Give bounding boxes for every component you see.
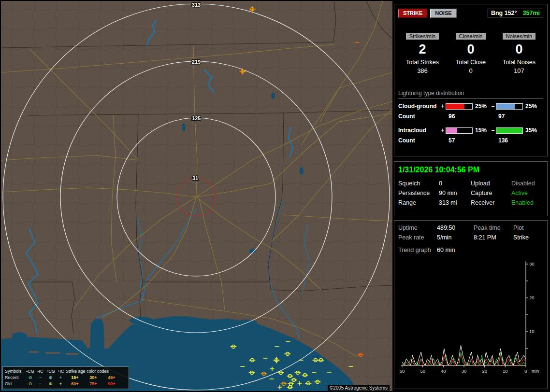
pos-cg-glyph-icon: ⊕ [45, 381, 56, 387]
noise-button[interactable]: NOISE [430, 9, 456, 18]
count-label: Count [398, 113, 440, 120]
legend-col-nIC: -IC [35, 368, 45, 375]
minus-count: 97 [490, 113, 543, 120]
minus-percent: 25% [523, 103, 540, 110]
session-row: Peak rate5/min8:21 PMStrike [398, 234, 543, 241]
plus-percent: 25% [473, 103, 490, 110]
map-area[interactable]: 31321912531 Symbols-CG-IC+CG+ICStrike ag… [1, 1, 392, 391]
radar-map[interactable]: 31321912531 [1, 1, 392, 391]
session-label: Uptime [398, 224, 437, 231]
svg-text:60: 60 [400, 368, 405, 374]
age-code: 45+ [102, 375, 121, 381]
plus-sign: + [440, 127, 446, 134]
pos-ic-glyph-icon: + [56, 375, 66, 381]
divider [398, 98, 543, 98]
total-label: Total Strikes [398, 59, 447, 66]
status-value: 90 min [439, 190, 471, 196]
status-value: 313 mi [439, 199, 471, 206]
strike-button[interactable]: STRIKE [398, 9, 427, 18]
status-label: Capture [471, 190, 511, 196]
total-value: 0 [447, 67, 495, 74]
trend-panel: Uptime489:50Peak timePlotPeak rate5/min8… [394, 220, 548, 389]
plus-bar [446, 103, 473, 110]
status-label: Range [398, 199, 439, 206]
age-code: 30+ [84, 375, 102, 381]
sidebar: STRIKE NOISE Bng 152° 357mi Strikes/minC… [394, 0, 549, 392]
plus-percent: 15% [473, 127, 490, 134]
plus-bar-fill [446, 104, 464, 109]
neg-cg-glyph-icon: ⊖ [25, 375, 35, 381]
legend-symbols-header: Symbols [5, 368, 25, 375]
count-label: Count [398, 137, 440, 144]
status-rows: Squelch0UploadDisabledPersistence90 minC… [398, 180, 543, 206]
age-code: 15+ [66, 375, 84, 381]
status-label: Persistence [398, 190, 439, 196]
stats-panel: STRIKE NOISE Bng 152° 357mi Strikes/minC… [394, 4, 548, 156]
total-values-row: 3860107 [398, 67, 543, 74]
minus-sign: − [490, 127, 496, 134]
trend-graph-label: Trend graph [398, 247, 437, 253]
session-row: Uptime489:50Peak timePlot [398, 224, 543, 231]
neg-cg-glyph-icon: ⊖ [25, 381, 35, 387]
svg-text:40: 40 [441, 368, 446, 374]
minus-bar [496, 127, 523, 134]
minus-sign: − [490, 103, 496, 110]
svg-text:10: 10 [529, 329, 535, 334]
status-label: Squelch [398, 180, 439, 187]
status-value: Enabled [511, 199, 543, 206]
total-value: 386 [398, 67, 447, 74]
status-label: Upload [471, 180, 511, 187]
svg-text:20: 20 [482, 368, 487, 374]
plus-count: 57 [440, 137, 490, 144]
status-row: Persistence90 minCaptureActive [398, 190, 543, 196]
rate-chip[interactable]: Noises/min [503, 33, 536, 40]
svg-text:0: 0 [524, 368, 527, 374]
minus-bar-fill [496, 104, 515, 109]
minus-count: 136 [490, 137, 543, 144]
dist-type-label: Intracloud [398, 127, 440, 134]
rate-chip[interactable]: Close/min [456, 33, 486, 40]
age-code: 60+ [66, 381, 84, 387]
minus-percent: 35% [523, 127, 540, 134]
rate-chip[interactable]: Strikes/min [406, 33, 439, 40]
total-labels-row: Total StrikesTotal CloseTotal Noises [398, 59, 543, 67]
total-label: Total Noises [495, 59, 543, 66]
bearing-label: Bng 152° [491, 10, 517, 16]
trend-window: 60 min [437, 247, 543, 253]
status-row: Squelch0UploadDisabled [398, 180, 543, 187]
neg-ic-glyph-icon: − [35, 375, 45, 381]
status-value: Active [511, 190, 543, 196]
total-value: 107 [495, 67, 543, 74]
total-label: Total Close [447, 59, 495, 66]
dist-type-label: Cloud-ground [398, 103, 440, 110]
legend-age-title: Strike age color codes [66, 368, 121, 375]
minus-bar [496, 103, 523, 110]
svg-text:50: 50 [420, 368, 425, 374]
session-label: Peak rate [398, 234, 437, 241]
session-label: Peak time [474, 224, 513, 231]
datetime: 1/31/2026 10:04:56 PM [398, 166, 543, 174]
bearing-readout: Bng 152° 357mi [488, 9, 543, 17]
ring-label-125: 125 [192, 115, 201, 121]
session-value: 5/min [437, 234, 474, 241]
lightning-detector-app: 31321912531 Symbols-CG-IC+CG+ICStrike ag… [0, 0, 550, 392]
trend-graph: 6050403020100min102030 [398, 255, 544, 380]
legend-col-nCG: -CG [25, 368, 35, 375]
status-panel: 1/31/2026 10:04:56 PM Squelch0UploadDisa… [394, 161, 548, 216]
session-value: 489:50 [437, 224, 474, 231]
distribution-row: Cloud-ground+25%−25% [398, 103, 543, 110]
svg-text:30: 30 [529, 261, 535, 266]
bearing-distance: 357mi [523, 10, 540, 16]
minus-bar-fill [496, 128, 522, 133]
age-code: 90+ [102, 381, 121, 387]
distribution-title: Lightning type distribution [398, 90, 543, 97]
plus-bar-fill [446, 128, 457, 133]
svg-text:30: 30 [462, 368, 467, 374]
svg-text:10: 10 [503, 368, 508, 374]
rate-chip-cell: Strikes/min [398, 31, 447, 40]
pos-ic-glyph-icon: + [56, 381, 66, 387]
distribution-rows: Cloud-ground+25%−25%Count9697Intracloud+… [398, 103, 543, 144]
ring-label-313: 313 [192, 2, 201, 8]
rate-chips-row: Strikes/minClose/minNoises/min [398, 31, 543, 40]
pos-cg-glyph-icon: ⊕ [45, 375, 56, 381]
